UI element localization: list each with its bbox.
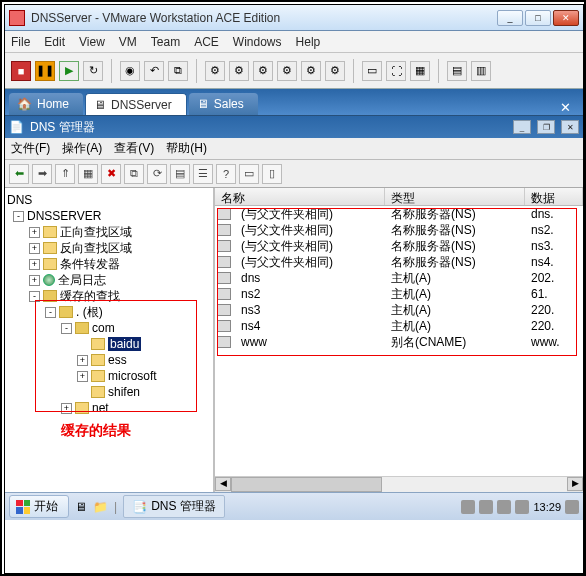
tool-icon[interactable]: ⚙ (277, 61, 297, 81)
play-icon[interactable]: ▶ (59, 61, 79, 81)
tool-icon[interactable]: ⚙ (301, 61, 321, 81)
tree-root-zone[interactable]: . (根) (76, 304, 103, 321)
menu-windows[interactable]: Windows (233, 35, 282, 49)
tool-icon[interactable]: ⚙ (253, 61, 273, 81)
dns-menu-view[interactable]: 查看(V) (114, 140, 154, 157)
snapshot-icon[interactable]: ◉ (120, 61, 140, 81)
tree-server[interactable]: DNSSERVER (27, 209, 101, 223)
forward-icon[interactable]: ➡ (32, 164, 52, 184)
dns-tree[interactable]: DNS -DNSSERVER +正向查找区域 +反向查找区域 +条件转发器 +全… (5, 188, 215, 492)
filter-icon[interactable]: ▭ (239, 164, 259, 184)
list-row[interactable]: ns3主机(A)220. (215, 302, 583, 318)
quicklaunch-icon[interactable]: 📁 (93, 500, 108, 514)
stop-icon[interactable]: ■ (11, 61, 31, 81)
menu-view[interactable]: View (79, 35, 105, 49)
help-icon[interactable]: ? (216, 164, 236, 184)
properties-icon[interactable]: ☰ (193, 164, 213, 184)
copy-icon[interactable]: ⧉ (124, 164, 144, 184)
tree-forward[interactable]: 正向查找区域 (60, 224, 132, 241)
collapse-icon[interactable]: - (13, 211, 24, 222)
col-type[interactable]: 类型 (385, 188, 525, 205)
show-desktop-icon[interactable] (565, 500, 579, 514)
tray-icon[interactable] (461, 500, 475, 514)
list-row[interactable]: ns4主机(A)220. (215, 318, 583, 334)
view-icon[interactable]: ▭ (362, 61, 382, 81)
list-row[interactable]: (与父文件夹相同)名称服务器(NS)ns2. (215, 222, 583, 238)
scroll-thumb[interactable] (231, 477, 382, 492)
dns-menu-file[interactable]: 文件(F) (11, 140, 50, 157)
menu-ace[interactable]: ACE (194, 35, 219, 49)
list-row[interactable]: (与父文件夹相同)名称服务器(NS)ns4. (215, 254, 583, 270)
tree-shifen[interactable]: shifen (108, 385, 140, 399)
dns-minimize-button[interactable]: _ (513, 120, 531, 134)
list-row[interactable]: (与父文件夹相同)名称服务器(NS)dns. (215, 206, 583, 222)
menu-edit[interactable]: Edit (44, 35, 65, 49)
scroll-left-icon[interactable]: ◀ (215, 477, 231, 491)
menu-help[interactable]: Help (296, 35, 321, 49)
maximize-button[interactable]: □ (525, 10, 551, 26)
taskbar-app[interactable]: 📑 DNS 管理器 (123, 495, 225, 518)
tree-root[interactable]: DNS (7, 193, 32, 207)
list-row[interactable]: (与父文件夹相同)名称服务器(NS)ns3. (215, 238, 583, 254)
fullscreen-icon[interactable]: ⛶ (386, 61, 406, 81)
tool-icon[interactable]: ⚙ (325, 61, 345, 81)
manage-snapshot-icon[interactable]: ⧉ (168, 61, 188, 81)
tool-icon[interactable]: ⚙ (229, 61, 249, 81)
columns-icon[interactable]: ▯ (262, 164, 282, 184)
list-row[interactable]: ns2主机(A)61. (215, 286, 583, 302)
tray-volume-icon[interactable] (497, 500, 511, 514)
pause-icon[interactable]: ❚❚ (35, 61, 55, 81)
collapse-icon[interactable]: - (45, 307, 56, 318)
expand-icon[interactable]: + (61, 403, 72, 414)
menu-vm[interactable]: VM (119, 35, 137, 49)
refresh-icon[interactable]: ⟳ (147, 164, 167, 184)
tab-close-icon[interactable]: ✕ (560, 100, 579, 115)
tab-home[interactable]: 🏠 Home (9, 93, 83, 115)
unity-icon[interactable]: ▦ (410, 61, 430, 81)
expand-icon[interactable]: + (77, 355, 88, 366)
horizontal-scrollbar[interactable]: ◀ ▶ (215, 476, 583, 492)
tree-microsoft[interactable]: microsoft (108, 369, 157, 383)
scroll-right-icon[interactable]: ▶ (567, 477, 583, 491)
tree-reverse[interactable]: 反向查找区域 (60, 240, 132, 257)
menu-team[interactable]: Team (151, 35, 180, 49)
collapse-icon[interactable]: - (61, 323, 72, 334)
tree-cache[interactable]: 缓存的查找 (60, 288, 120, 305)
export-icon[interactable]: ▤ (170, 164, 190, 184)
tab-dnsserver[interactable]: 🖥 DNSServer (85, 93, 187, 115)
tool-icon[interactable]: ⚙ (205, 61, 225, 81)
list-row[interactable]: www别名(CNAME)www. (215, 334, 583, 350)
close-button[interactable]: ✕ (553, 10, 579, 26)
tray-network-icon[interactable] (515, 500, 529, 514)
tree-ess[interactable]: ess (108, 353, 127, 367)
tab-sales[interactable]: 🖥 Sales (189, 93, 258, 115)
expand-icon[interactable]: + (29, 227, 40, 238)
expand-icon[interactable]: + (77, 371, 88, 382)
tree-cond[interactable]: 条件转发器 (60, 256, 120, 273)
expand-icon[interactable]: + (29, 259, 40, 270)
back-icon[interactable]: ⬅ (9, 164, 29, 184)
collapse-icon[interactable]: - (29, 291, 40, 302)
start-button[interactable]: 开始 (9, 495, 69, 518)
dns-menu-help[interactable]: 帮助(H) (166, 140, 207, 157)
show-icon[interactable]: ▦ (78, 164, 98, 184)
sidebar-icon[interactable]: ▤ (447, 61, 467, 81)
clock[interactable]: 13:29 (533, 501, 561, 513)
expand-icon[interactable]: + (29, 275, 40, 286)
tree-net[interactable]: net (92, 401, 109, 415)
revert-icon[interactable]: ↶ (144, 61, 164, 81)
quicklaunch-icon[interactable]: 🖥 (75, 500, 87, 514)
col-name[interactable]: 名称 (215, 188, 385, 205)
tray-icon[interactable] (479, 500, 493, 514)
dns-menu-action[interactable]: 操作(A) (62, 140, 102, 157)
delete-icon[interactable]: ✖ (101, 164, 121, 184)
menu-file[interactable]: File (11, 35, 30, 49)
minimize-button[interactable]: _ (497, 10, 523, 26)
restart-icon[interactable]: ↻ (83, 61, 103, 81)
up-icon[interactable]: ⇑ (55, 164, 75, 184)
expand-icon[interactable]: + (29, 243, 40, 254)
tree-baidu[interactable]: baidu (108, 337, 141, 351)
dns-restore-button[interactable]: ❐ (537, 120, 555, 134)
list-row[interactable]: dns主机(A)202. (215, 270, 583, 286)
tree-global[interactable]: 全局日志 (58, 272, 106, 289)
